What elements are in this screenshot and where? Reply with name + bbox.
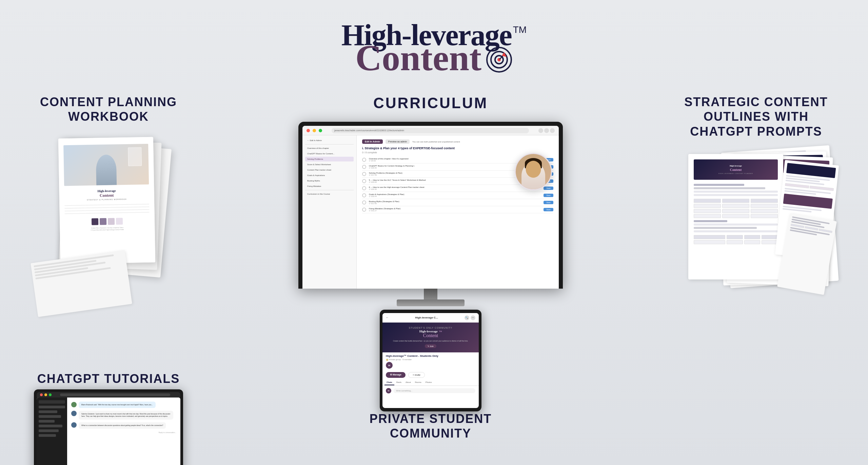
swatch-3: [108, 218, 115, 225]
curriculum-progress: 0 / 8 complete: [362, 151, 553, 154]
table2-header-4: [762, 235, 778, 239]
chat-sidebar-item-6: [39, 429, 59, 432]
nav-item-1[interactable]: Overview of this chapter: [305, 146, 354, 151]
lock-icon: 🔒: [386, 359, 388, 361]
monitor-stand-neck: [424, 289, 437, 299]
workbook-footer: Content Plan | Awareness Journeys | Expe…: [91, 227, 124, 231]
monitor-topbar: janaorelis.teachable.com/courses/enroll/…: [302, 126, 559, 135]
community-tab-photos[interactable]: Photos: [423, 380, 434, 385]
outline-light-line-1: [694, 191, 778, 193]
item-5-circle: [362, 186, 366, 190]
item-6-start[interactable]: Start: [544, 194, 553, 197]
tablet-back-btn[interactable]: ←: [386, 316, 389, 319]
outline-table-header-row: [694, 199, 778, 203]
profile-head: [526, 161, 541, 178]
community-group-name: High-leverage™ Content - Students Only: [382, 352, 479, 358]
laptop-screen-bg: Blaire Brabrook said: "With the two-day …: [37, 398, 180, 465]
nav-item-9[interactable]: Curriculum in this Course: [305, 192, 354, 196]
tablet-more-icon[interactable]: ⋯: [471, 315, 475, 320]
outline-table-row-3: [694, 214, 778, 218]
table2-header-1: [694, 235, 725, 239]
nav-item-6[interactable]: Goals & Aspirations: [305, 173, 354, 178]
community-avatar-1: H: [386, 362, 393, 369]
outline-table-row-1: [694, 204, 778, 208]
community-tab-reels[interactable]: Reels: [394, 380, 403, 385]
table-cell-2-1: [694, 209, 721, 213]
tablet-topbar: ← High-leverage C... 🔍 ⋯: [382, 313, 479, 323]
item-4-text: 5. – How to Use the HLC 'Score & Select'…: [369, 179, 541, 183]
table2-cell-1-4: [762, 240, 778, 244]
community-avatar-row: H: [382, 361, 479, 370]
community-edit-btn[interactable]: ✎ Edit: [425, 344, 436, 348]
private-student-label: PRIVATE STUDENT COMMUNITY: [370, 411, 492, 441]
item-5-start[interactable]: Start: [544, 187, 553, 190]
nav-item-4[interactable]: Score & Select Worksheet: [305, 162, 354, 167]
tablet-title: High-leverage C...: [415, 316, 438, 319]
table-cell-3-2: [722, 214, 749, 218]
item-8-start[interactable]: Start: [544, 208, 553, 211]
nav-item-8[interactable]: Fixing Mistakes: [305, 184, 354, 189]
table-header-2: [722, 199, 749, 203]
nav-item-7[interactable]: Busting Myths: [305, 178, 354, 183]
item-6-text: Goals & Aspirations (Strategies & Plan) …: [369, 193, 541, 197]
outline-light-line-2: [694, 194, 778, 196]
monitor-address-bar[interactable]: janaorelis.teachable.com/courses/enroll/…: [332, 128, 529, 133]
workbook-swatch-row: [92, 218, 123, 225]
community-manage-btn[interactable]: ⚙ Manage: [386, 372, 406, 378]
workbook-cover-subtitle: STRATEGY & PLANNING WORKBOOK: [87, 198, 127, 201]
preview-as-admin-button[interactable]: Preview as admin: [386, 139, 410, 144]
monitor-frame: janaorelis.teachable.com/courses/enroll/…: [298, 122, 563, 289]
chat-ai-avatar-2: [71, 422, 77, 428]
nav-back[interactable]: ← Edit In Admin: [305, 138, 354, 143]
monitor-screen: janaorelis.teachable.com/courses/enroll/…: [302, 126, 559, 289]
target-icon: [486, 46, 513, 73]
banner-script: Content: [387, 333, 475, 338]
tablet-frame: ← High-leverage C... 🔍 ⋯ STUDENT'S ONLY …: [380, 310, 481, 411]
workbook-cover: High-leverage Content STRATEGY & PLANNIN…: [58, 137, 155, 264]
logo-content: Content: [355, 41, 481, 74]
right-column: STRATEGIC CONTENT OUTLINES WITH CHATGPT …: [671, 95, 841, 318]
chat-ai-avatar: [71, 411, 77, 416]
outline-medium-line-2: [694, 227, 757, 229]
chat-ai-row-1: Sabrina Golainen: I just want to share m…: [71, 411, 176, 420]
workbook-cover-img: [63, 143, 149, 186]
community-tab-about[interactable]: About: [403, 380, 413, 385]
community-invite-btn[interactable]: + Invite: [408, 372, 425, 378]
outline-medium-line: [694, 187, 765, 189]
community-write-input[interactable]: Write something...: [393, 388, 475, 393]
tablet-mockup: ← High-leverage C... 🔍 ⋯ STUDENT'S ONLY …: [380, 310, 481, 411]
table-cell-1-2: [722, 204, 749, 208]
nav-item-2[interactable]: ChatGPT Basics for Content...: [305, 151, 354, 156]
nav-item-5[interactable]: Content Plan tracker sheet: [305, 168, 354, 172]
community-tab-rooms[interactable]: Rooms: [413, 380, 423, 385]
edit-in-admin-button[interactable]: Edit In Admin: [362, 139, 383, 144]
tablet-section: ← High-leverage C... 🔍 ⋯ STUDENT'S ONLY …: [370, 303, 492, 441]
outlines-mockup: High-leverageContent HIGH-LEVERAGE CONTE…: [678, 149, 834, 318]
community-tab-chats[interactable]: Chats: [384, 380, 394, 385]
left-column: CONTENT PLANNING WORKBOOK: [27, 95, 190, 465]
chat-user-row: Blaire Brabrook said: "With the two-day …: [71, 402, 176, 408]
curriculum-item-8: Fixing Mistakes (Strategies & Plan) ⏱ 0/…: [362, 206, 553, 213]
page-wrapper: High-leverage TM Content CONTENT PLANNIN…: [0, 0, 868, 465]
sidebar-header: [39, 400, 65, 404]
content-row: CONTENT PLANNING WORKBOOK: [27, 95, 841, 465]
item-7-start[interactable]: Start: [544, 201, 553, 204]
item-4-circle: [362, 179, 366, 183]
admin-notice: You can see both published and unpublish…: [412, 141, 460, 143]
browser-icon-2: [544, 128, 549, 133]
laptop-chat-main: Blaire Brabrook said: "With the two-day …: [67, 398, 180, 465]
outline-header-title: High-leverageContent: [718, 165, 753, 172]
item-5-text: 6. – How to use the High-leverage Conten…: [369, 186, 541, 190]
nav-item-3[interactable]: Solving Problems: [305, 157, 354, 161]
laptop-address: [60, 393, 170, 396]
monitor-tl-green: [319, 129, 322, 132]
chat-reply-prompt: Reply to conversation...: [71, 431, 176, 433]
item-3-circle: [362, 172, 366, 176]
tablet-search-icon[interactable]: 🔍: [465, 315, 469, 320]
community-tabs: Chats Reels About Rooms Photos: [382, 380, 479, 386]
item-5-meta: ⏱ 0/20:36: [369, 188, 541, 190]
outline-lines-2: [694, 220, 778, 232]
person-silhouette: [96, 154, 117, 185]
logo-tm: TM: [513, 24, 527, 35]
monitor-stand-base: [397, 299, 465, 306]
